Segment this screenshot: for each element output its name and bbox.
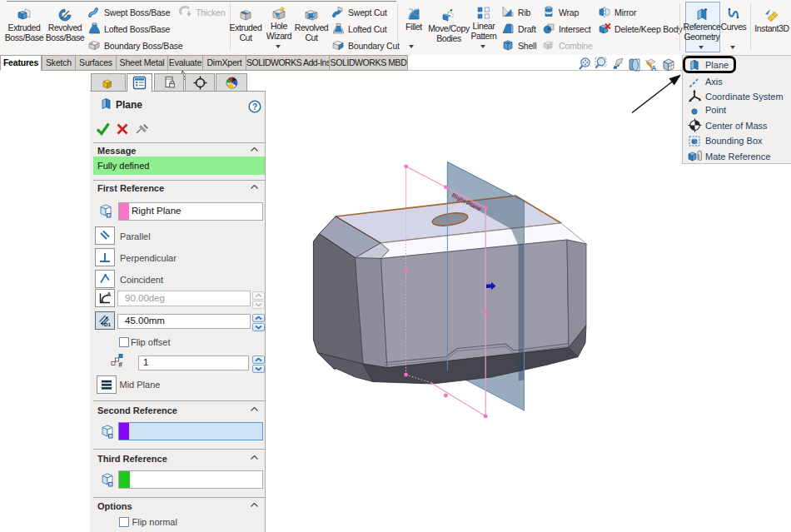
svg-text:A: A xyxy=(107,291,111,297)
svg-text:?: ? xyxy=(252,102,257,112)
svg-text:#: # xyxy=(118,360,122,369)
svg-text:D1: D1 xyxy=(104,321,111,327)
